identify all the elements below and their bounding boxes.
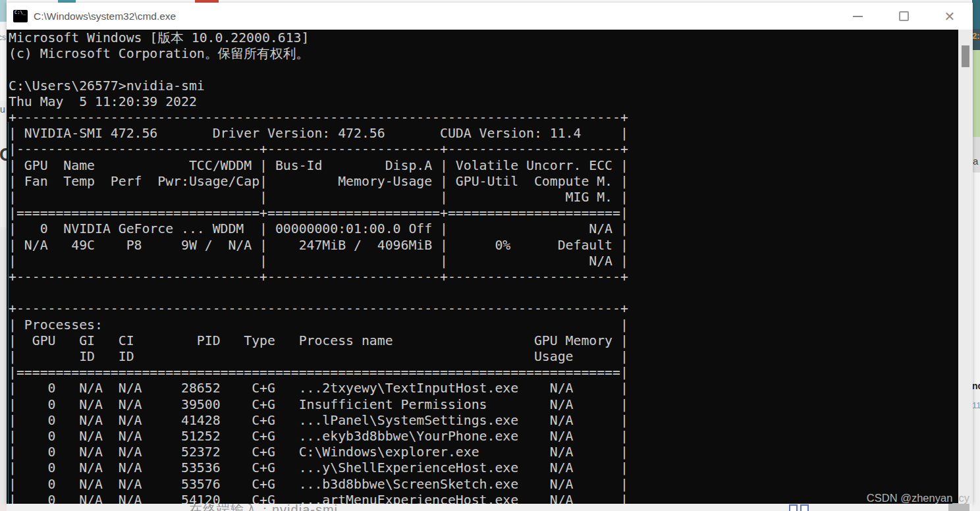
cmd-window: C:\_ C:\Windows\system32\cmd.exe ✕ Micro…	[7, 3, 973, 504]
background-bottom-strip: 在终端输入：nvidia-smi	[7, 504, 972, 511]
cmd-icon: C:\_	[13, 10, 28, 22]
maximize-button[interactable]	[881, 3, 927, 30]
minimize-icon	[853, 16, 863, 17]
left-text-fragment-o: O	[0, 145, 7, 165]
background-window-left-edge[interactable]: cs u O	[0, 0, 7, 511]
right-text-fragment-a: a	[973, 155, 978, 167]
left-text-fragment-u: u	[0, 104, 5, 115]
console-output-area[interactable]: Microsoft Windows [版本 10.0.22000.613] (c…	[7, 30, 958, 504]
watermark: CSDN @zhenyan_cy	[867, 492, 969, 504]
console-content: Microsoft Windows [版本 10.0.22000.613] (c…	[7, 30, 973, 504]
left-pink-block	[0, 504, 7, 511]
window-controls: ✕	[834, 3, 973, 30]
left-gray-block	[0, 227, 7, 504]
close-icon: ✕	[944, 10, 956, 23]
right-text-fragment-11: 11	[972, 400, 980, 410]
maximize-icon	[899, 11, 909, 21]
right-green-block	[972, 50, 980, 137]
background-window-right-edge[interactable]: 2: a nc 11	[972, 0, 980, 511]
window-titlebar[interactable]: C:\_ C:\Windows\system32\cmd.exe ✕	[7, 3, 973, 30]
scrollbar-thumb[interactable]	[962, 45, 969, 67]
console-text: Microsoft Windows [版本 10.0.22000.613] (c…	[9, 30, 628, 504]
right-white-block	[972, 173, 980, 383]
right-lightgray-block	[972, 137, 980, 173]
right-text-fragment-nc: nc	[972, 381, 980, 391]
window-title: C:\Windows\system32\cmd.exe	[34, 11, 176, 22]
left-teal-block	[0, 0, 7, 22]
background-mini-icon-1	[789, 504, 798, 511]
background-gray-block	[948, 504, 969, 511]
background-mini-icon-2	[800, 504, 809, 511]
right-text-fragment-orange: 2:	[972, 31, 980, 41]
close-button[interactable]: ✕	[927, 3, 973, 30]
minimize-button[interactable]	[834, 3, 881, 30]
right-teal-block	[972, 0, 980, 29]
console-scrollbar[interactable]	[958, 30, 973, 504]
background-instruction-text: 在终端输入：nvidia-smi	[189, 504, 338, 511]
left-text-fragment-cs: cs	[0, 33, 6, 42]
